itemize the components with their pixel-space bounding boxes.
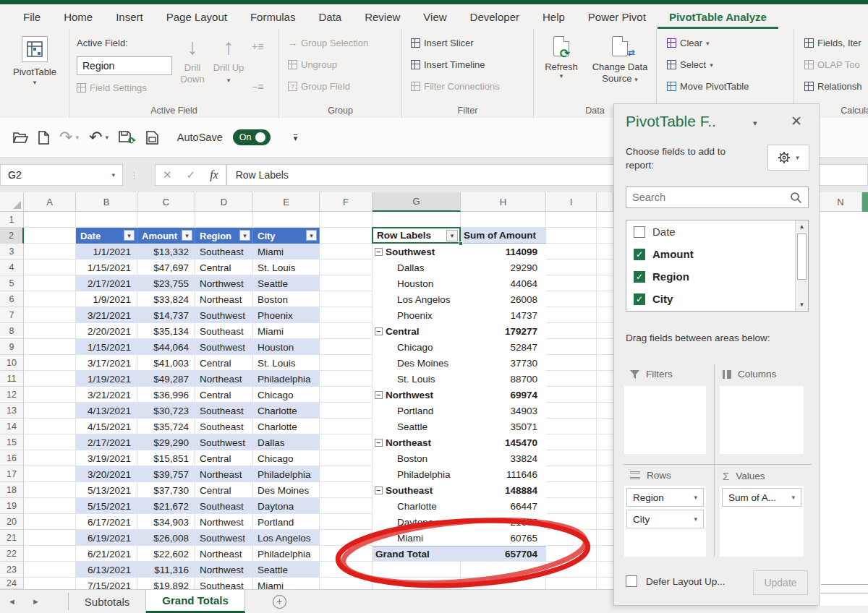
- table-cell[interactable]: $35,724: [137, 419, 195, 434]
- column-header-a[interactable]: A: [24, 192, 76, 212]
- table-cell[interactable]: 2/17/2021: [76, 275, 137, 291]
- rows-drop-area[interactable]: Region▾City▾: [624, 486, 706, 557]
- undo-button[interactable]: ↶▾: [89, 128, 109, 147]
- row-header-2[interactable]: 2: [0, 228, 24, 244]
- table-header-date[interactable]: Date▾: [76, 228, 137, 244]
- table-cell[interactable]: Portland: [253, 514, 320, 530]
- table-cell[interactable]: $44,064: [137, 339, 195, 355]
- redo-button[interactable]: ↷▾: [59, 128, 79, 147]
- column-header-e[interactable]: E: [253, 192, 320, 212]
- filter-dropdown-icon[interactable]: ▾: [239, 230, 250, 241]
- table-cell[interactable]: 1/15/2021: [76, 339, 137, 355]
- table-cell[interactable]: $35,134: [137, 323, 195, 339]
- table-cell[interactable]: Charlotte: [253, 419, 320, 434]
- table-cell[interactable]: Central: [195, 450, 253, 466]
- table-cell[interactable]: $19,892: [137, 578, 195, 589]
- clear-button[interactable]: Clear▾: [667, 38, 710, 48]
- select-all-corner[interactable]: [0, 192, 24, 212]
- drill-down-button[interactable]: ↓ Drill Down: [178, 35, 207, 85]
- scroll-thumb[interactable]: [797, 233, 807, 280]
- table-cell[interactable]: Philadelphia: [253, 371, 320, 387]
- table-cell[interactable]: Central: [195, 355, 253, 371]
- table-cell[interactable]: 1/9/2021: [76, 291, 137, 307]
- row-header-18[interactable]: 18: [0, 482, 24, 498]
- table-cell[interactable]: Des Moines: [253, 482, 320, 498]
- field-item-amount[interactable]: ✓Amount: [626, 243, 808, 265]
- fill-handle[interactable]: [459, 241, 463, 246]
- row-header-16[interactable]: 16: [0, 450, 24, 466]
- select-button[interactable]: Select▾: [667, 59, 713, 70]
- save-button[interactable]: ⟳: [119, 129, 136, 146]
- table-cell[interactable]: $47,697: [137, 260, 195, 275]
- table-cell[interactable]: Philadelphia: [253, 466, 320, 482]
- table-cell[interactable]: 6/13/2021: [76, 562, 137, 578]
- defer-layout-checkbox[interactable]: [626, 575, 637, 587]
- table-cell[interactable]: $29,290: [137, 434, 195, 450]
- table-cell[interactable]: $21,672: [137, 498, 195, 514]
- filter-dropdown-icon[interactable]: ▾: [306, 230, 317, 241]
- row-header-1[interactable]: 1: [0, 212, 24, 228]
- enter-formula-icon[interactable]: ✓: [187, 168, 196, 181]
- table-cell[interactable]: $49,287: [137, 371, 195, 387]
- filters-drop-area[interactable]: [624, 386, 706, 454]
- table-cell[interactable]: Miami: [253, 578, 320, 589]
- table-cell[interactable]: Daytona: [253, 498, 320, 514]
- chevron-down-icon[interactable]: ▾: [694, 494, 697, 501]
- table-cell[interactable]: Boston: [253, 291, 320, 307]
- table-cell[interactable]: 3/19/2021: [76, 450, 137, 466]
- row-header-13[interactable]: 13: [0, 403, 24, 419]
- table-cell[interactable]: 1/15/2021: [76, 260, 137, 275]
- drill-up-button[interactable]: ↑ Drill Up ▾: [213, 35, 244, 86]
- table-cell[interactable]: Southwest: [195, 307, 253, 323]
- change-data-source-button[interactable]: ⇄ Change DataSource ▾: [586, 36, 654, 85]
- tab-review[interactable]: Review: [353, 4, 412, 29]
- collapse-minus-icon[interactable]: −: [375, 391, 383, 399]
- row-header-22[interactable]: 22: [0, 546, 24, 562]
- fields-scrollbar[interactable]: ▲ ▼: [795, 220, 808, 311]
- row-header-9[interactable]: 9: [0, 339, 24, 355]
- table-cell[interactable]: Northwest: [195, 562, 253, 578]
- table-cell[interactable]: 3/21/2021: [76, 307, 137, 323]
- table-cell[interactable]: $39,757: [137, 466, 195, 482]
- row-header-21[interactable]: 21: [0, 530, 24, 546]
- table-cell[interactable]: $30,723: [137, 403, 195, 419]
- table-cell[interactable]: Central: [195, 260, 253, 275]
- table-cell[interactable]: 4/13/2021: [76, 403, 137, 419]
- fields-items-button[interactable]: Fields, Iter: [804, 38, 861, 48]
- table-cell[interactable]: Southeast: [195, 498, 253, 514]
- table-cell[interactable]: 6/21/2021: [76, 546, 137, 562]
- tab-view[interactable]: View: [412, 4, 458, 29]
- values-field-pill[interactable]: Sum of A...▾: [722, 488, 801, 507]
- table-cell[interactable]: Miami: [253, 244, 320, 260]
- table-cell[interactable]: Dallas: [253, 434, 320, 450]
- table-cell[interactable]: 6/19/2021: [76, 530, 137, 546]
- tab-page-layout[interactable]: Page Layout: [155, 4, 239, 29]
- table-cell[interactable]: Phoenix: [253, 307, 320, 323]
- sheet-tab-grand-totals[interactable]: Grand Totals: [146, 590, 244, 613]
- scroll-down-icon[interactable]: ▼: [796, 299, 808, 311]
- pane-title-dropdown-icon[interactable]: ▾: [753, 119, 757, 128]
- table-cell[interactable]: $11,316: [137, 562, 195, 578]
- table-cell[interactable]: Southwest: [195, 434, 253, 450]
- table-cell[interactable]: 3/20/2021: [76, 466, 137, 482]
- table-cell[interactable]: $36,996: [137, 387, 195, 403]
- table-cell[interactable]: Northwest: [195, 514, 253, 530]
- column-header-b[interactable]: B: [76, 192, 137, 212]
- field-item-city[interactable]: ✓City: [626, 288, 808, 310]
- table-cell[interactable]: Southeast: [195, 578, 253, 589]
- print-preview-button[interactable]: [146, 131, 158, 145]
- collapse-minus-icon[interactable]: −: [375, 327, 383, 335]
- table-cell[interactable]: Northeast: [195, 466, 253, 482]
- table-header-amount[interactable]: Amount▾: [137, 228, 195, 244]
- new-file-button[interactable]: [38, 131, 49, 145]
- tab-insert[interactable]: Insert: [104, 4, 155, 29]
- cancel-formula-icon[interactable]: ✕: [163, 168, 172, 181]
- chevron-down-icon[interactable]: ▾: [694, 515, 697, 523]
- row-labels-filter-dropdown[interactable]: ▾: [446, 230, 458, 241]
- row-header-3[interactable]: 3: [0, 244, 24, 260]
- table-cell[interactable]: Seattle: [253, 275, 320, 291]
- table-cell[interactable]: $22,602: [137, 546, 195, 562]
- table-cell[interactable]: Philadelphia: [253, 546, 320, 562]
- table-cell[interactable]: 1/19/2021: [76, 371, 137, 387]
- tab-data[interactable]: Data: [307, 4, 353, 29]
